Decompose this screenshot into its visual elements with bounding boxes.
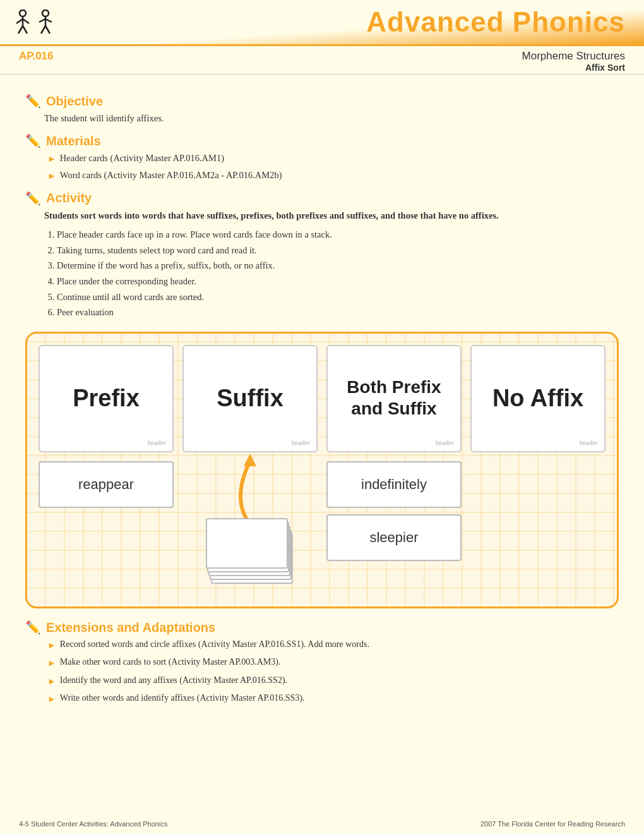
logo-area — [13, 9, 56, 35]
list-item: ► Record sorted words and circle affixes… — [47, 638, 619, 653]
both-word-slot: indefinitely sleepier — [326, 461, 462, 561]
objective-heading: ✏️ Objective — [25, 94, 619, 109]
svg-point-0 — [20, 10, 26, 16]
list-item: ► Write other words and identify affixes… — [47, 691, 619, 706]
word-card-sleepier: sleepier — [326, 514, 462, 561]
ext-bullet-1: ► — [47, 639, 56, 653]
prefix-word-slot: reappear — [39, 461, 174, 508]
logo-figures — [13, 9, 56, 35]
bullet-arrow-2: ► — [47, 169, 56, 183]
header-card-prefix: Prefix header — [39, 345, 174, 452]
objective-title: Objective — [46, 94, 103, 109]
svg-line-2 — [16, 19, 23, 23]
extensions-body: ► Record sorted words and circle affixes… — [44, 638, 619, 707]
diagram-container: Prefix header Suffix header Both Prefix … — [25, 332, 619, 608]
svg-line-11 — [45, 26, 50, 33]
word-card-indefinitely: indefinitely — [326, 461, 462, 508]
objective-text: The student will identify affixes. — [44, 113, 164, 123]
step-5: Continue until all word cards are sorted… — [57, 292, 204, 302]
pencil-icon-activity: ✏️ — [25, 191, 41, 206]
ap-code: AP.016 — [19, 50, 54, 63]
suffix-card-word: Suffix — [217, 358, 283, 438]
both-card-label: header — [436, 438, 454, 446]
sub-header-right: Morpheme Structures Affix Sort — [522, 50, 625, 73]
activity-title: Activity — [46, 191, 92, 205]
list-item: Place under the corresponding header. — [57, 274, 619, 289]
list-item: ► Header cards (Activity Master AP.016.A… — [47, 151, 619, 166]
page-footer: 4-5 Student Center Activities: Advanced … — [0, 820, 644, 828]
page-header: Advanced Phonics — [0, 0, 644, 46]
list-item: ► Make other word cards to sort (Activit… — [47, 655, 619, 670]
activity-body: Students sort words into words that have… — [44, 208, 619, 320]
header-card-no-affix: No Affix header — [470, 345, 605, 452]
list-item: Place header cards face up in a row. Pla… — [57, 227, 619, 243]
stack-card-5 — [206, 518, 288, 569]
list-item: Taking turns, students select top word c… — [57, 243, 619, 258]
ext-bullet-3: ► — [47, 675, 56, 689]
step-1: Place header cards face up in a row. Pla… — [57, 229, 332, 239]
no-affix-card-label: header — [580, 438, 598, 446]
bullet-arrow-1: ► — [47, 152, 56, 166]
page-title: Advanced Phonics — [366, 6, 625, 38]
card-stack — [206, 518, 294, 594]
prefix-card-label: header — [148, 438, 166, 446]
svg-point-6 — [42, 10, 49, 16]
ext-bullet-2: ► — [47, 656, 56, 670]
header-card-both: Both Prefix and Suffix header — [326, 345, 462, 452]
ext-item-2: Make other word cards to sort (Activity … — [60, 655, 281, 669]
step-6: Peer evaluation — [57, 307, 114, 317]
ext-item-3: Identify the word and any affixes (Activ… — [60, 674, 287, 687]
pencil-icon-materials: ✏️ — [25, 133, 41, 148]
svg-line-3 — [23, 19, 29, 23]
list-item: Continue until all word cards are sorted… — [57, 289, 619, 305]
svg-line-5 — [23, 26, 27, 33]
stick-figure-1 — [13, 9, 33, 35]
material-item-1: Header cards (Activity Master AP.016.AM1… — [60, 151, 224, 166]
svg-line-8 — [39, 19, 45, 22]
svg-marker-12 — [244, 454, 256, 466]
suffix-card-label: header — [292, 438, 310, 446]
footer-right: 2007 The Florida Center for Reading Rese… — [480, 820, 625, 828]
affix-sort-label: Affix Sort — [522, 63, 625, 73]
ext-bullet-4: ► — [47, 692, 56, 706]
pencil-icon-extensions: ✏️ — [25, 620, 41, 635]
materials-title: Materials — [46, 134, 101, 148]
extensions-heading: ✏️ Extensions and Adaptations — [25, 620, 619, 635]
list-item: ► Word cards (Activity Master AP.016.AM2… — [47, 168, 619, 183]
list-item: ► Identify the word and any affixes (Act… — [47, 674, 619, 689]
svg-line-4 — [18, 26, 23, 33]
materials-list: ► Header cards (Activity Master AP.016.A… — [47, 151, 619, 183]
ext-item-1: Record sorted words and circle affixes (… — [60, 638, 369, 651]
no-affix-card-word: No Affix — [492, 358, 583, 438]
word-cards-row: reappear indefini — [39, 461, 605, 594]
word-card-reappear: reappear — [39, 461, 174, 508]
header-cards-row: Prefix header Suffix header Both Prefix … — [39, 345, 605, 452]
step-3: Determine if the word has a prefix, suff… — [57, 260, 275, 270]
list-item: Determine if the word has a prefix, suff… — [57, 258, 619, 274]
extensions-title: Extensions and Adaptations — [46, 620, 215, 635]
materials-heading: ✏️ Materials — [25, 133, 619, 148]
stick-figure-2 — [35, 9, 56, 35]
both-card-word: Both Prefix and Suffix — [334, 358, 454, 438]
suffix-word-slot — [182, 461, 318, 594]
objective-body: The student will identify affixes. — [44, 111, 619, 126]
footer-left: 4-5 Student Center Activities: Advanced … — [19, 820, 167, 828]
main-content: ✏️ Objective The student will identify a… — [0, 75, 644, 725]
activity-heading: ✏️ Activity — [25, 191, 619, 206]
step-2: Taking turns, students select top word c… — [57, 245, 257, 255]
list-item: Peer evaluation — [57, 305, 619, 320]
activity-bold-text: Students sort words into words that have… — [44, 208, 619, 223]
svg-line-10 — [41, 26, 45, 33]
header-card-suffix: Suffix header — [182, 345, 318, 452]
svg-line-9 — [45, 19, 52, 22]
materials-body: ► Header cards (Activity Master AP.016.A… — [44, 151, 619, 183]
ext-item-4: Write other words and identify affixes (… — [60, 691, 305, 705]
pencil-icon-objective: ✏️ — [25, 94, 41, 109]
morpheme-title: Morpheme Structures — [522, 50, 625, 63]
activity-steps: Place header cards face up in a row. Pla… — [57, 227, 619, 320]
prefix-card-word: Prefix — [73, 358, 140, 438]
sub-header: AP.016 Morpheme Structures Affix Sort — [0, 46, 644, 75]
step-4: Place under the corresponding header. — [57, 276, 196, 286]
material-item-2: Word cards (Activity Master AP.016.AM2a … — [60, 168, 282, 183]
extensions-list: ► Record sorted words and circle affixes… — [47, 638, 619, 707]
